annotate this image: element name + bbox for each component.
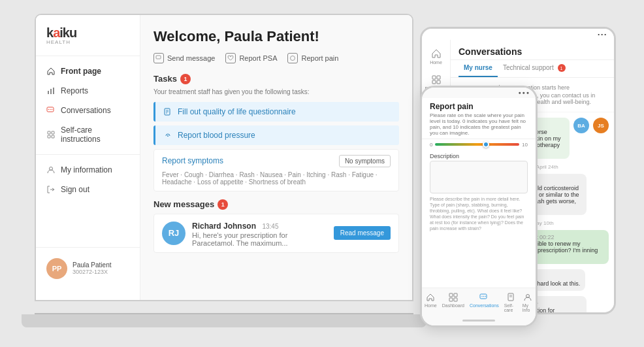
svg-rect-12	[156, 56, 161, 59]
user-avatar: PP	[46, 258, 67, 279]
report-symptoms-title[interactable]: Report symptoms	[162, 156, 223, 165]
message-sender: Richard Johnson	[192, 222, 256, 231]
pain-scale-track[interactable]	[435, 143, 519, 146]
message-preview: Hi, here's your prescription for Paracet…	[192, 231, 327, 247]
sidebar-item-conversations[interactable]: Conversations	[36, 101, 140, 120]
sidebar-item-selfcare[interactable]: Self-care instructions	[36, 120, 140, 149]
new-messages-title: New messages 1	[153, 199, 399, 210]
tasks-badge: 1	[180, 74, 191, 84]
read-message-button[interactable]: Read message	[334, 226, 391, 240]
sidebar-item-frontpage[interactable]: Front page	[36, 61, 140, 81]
bloodpressure-icon	[163, 131, 172, 140]
phone-nav-myinfo[interactable]: My Info	[520, 291, 536, 314]
message-time: 13:45	[262, 223, 278, 230]
tasks-section-title: Tasks 1	[153, 74, 399, 84]
laptop-screen: kaiku HEALTH Front page Re	[35, 14, 413, 301]
phone-home-indicator	[422, 316, 536, 325]
description-textarea[interactable]	[430, 161, 528, 193]
pain-thumb[interactable]	[483, 141, 489, 148]
phone-nav-dashboard[interactable]: Dashboard	[440, 291, 467, 314]
symptom-tags: Fever · Cough · Diarrhea · Rash · Nausea…	[162, 171, 391, 186]
tab-technical-support[interactable]: Technical support 1	[498, 60, 571, 78]
no-symptoms-button[interactable]: No symptoms	[339, 155, 391, 167]
kaiku-logo: kaiku	[46, 25, 129, 41]
svg-rect-35	[454, 298, 457, 301]
tablet-nav-home[interactable]: Home	[425, 45, 448, 69]
phone-subtitle: Please rate on the scale where your pain…	[422, 112, 536, 139]
svg-point-6	[52, 108, 52, 109]
svg-point-18	[167, 135, 169, 137]
report-pain-button[interactable]: Report pain	[287, 53, 338, 63]
phone-title: Report pain	[422, 98, 536, 112]
svg-point-38	[483, 295, 484, 296]
svg-point-39	[485, 295, 486, 296]
user-id: 300272-123X	[72, 269, 112, 275]
welcome-title: Welcome, Paula Patient!	[153, 28, 399, 45]
svg-rect-19	[432, 76, 436, 79]
svg-point-5	[50, 108, 50, 109]
task-item-questionnaire[interactable]: Fill out quality of life questionnaire	[153, 102, 399, 122]
pain-icon	[287, 53, 298, 63]
sidebar-item-myinfo-label: My information	[61, 165, 112, 174]
svg-rect-0	[48, 91, 49, 94]
action-bar: Send message Report PSA Report pain	[153, 53, 399, 63]
sidebar-item-signout-label: Sign out	[61, 185, 89, 194]
phone-nav-selfcare[interactable]: Self-care	[502, 291, 520, 314]
home-icon	[46, 67, 56, 76]
nurse-avatar-sm: BA	[573, 118, 589, 133]
description-label: Description	[422, 150, 536, 161]
pain-scale-min: 0	[430, 142, 432, 148]
home-bar	[462, 320, 495, 322]
svg-point-4	[48, 108, 49, 109]
sidebar-item-frontpage-label: Front page	[61, 67, 101, 76]
sidebar-item-myinfo[interactable]: My information	[36, 160, 140, 180]
sidebar-item-reports-label: Reports	[61, 86, 88, 95]
tablet-home-icon	[431, 48, 442, 59]
tablet-status: • • •	[422, 29, 614, 40]
sidebar: kaiku HEALTH Front page Re	[36, 15, 140, 300]
phone-content: Report pain Please rate on the scale whe…	[422, 98, 536, 288]
scene: kaiku HEALTH Front page Re	[8, 7, 636, 340]
logo-area: kaiku HEALTH	[36, 25, 140, 56]
report-symptoms-block: Report symptoms No symptoms Fever · Coug…	[153, 149, 399, 191]
task-questionnaire-label: Fill out quality of life questionnaire	[178, 107, 296, 116]
tech-support-badge: 1	[558, 64, 566, 72]
phone-nav-home[interactable]: Home	[422, 291, 440, 314]
svg-point-13	[291, 56, 295, 60]
user-profile[interactable]: PP Paula Patient 300272-123X	[36, 247, 140, 289]
svg-rect-8	[52, 131, 54, 134]
tasks-subtitle: Your treatment staff has given you the f…	[153, 88, 399, 95]
svg-rect-7	[48, 131, 50, 134]
pain-scale-row: 0 10	[422, 139, 536, 150]
phone-book-icon	[506, 292, 516, 303]
grid-icon	[46, 130, 56, 139]
svg-rect-40	[508, 293, 513, 301]
user-icon	[46, 165, 56, 174]
laptop-base	[22, 314, 427, 327]
sidebar-item-signout[interactable]: Sign out	[36, 180, 140, 199]
message-item[interactable]: RJ Richard Johnson 13:45 Hi, here's your…	[153, 214, 399, 253]
phone: ● ● ● Report pain Please rate on the sca…	[420, 86, 538, 327]
report-psa-button[interactable]: Report PSA	[225, 53, 277, 63]
message-avatar: RJ	[162, 222, 185, 245]
task-item-bloodpressure[interactable]: Report blood pressure	[153, 125, 399, 145]
chat-icon-sm	[153, 53, 164, 63]
pain-scale-max: 10	[522, 142, 528, 148]
sidebar-item-reports[interactable]: Reports	[36, 81, 140, 101]
chart-icon	[46, 86, 56, 95]
tab-my-nurse[interactable]: My nurse	[459, 60, 498, 78]
new-messages-section: New messages 1 RJ Richard Johnson 13:45 …	[153, 199, 399, 253]
svg-rect-22	[437, 80, 440, 84]
new-messages-badge: 1	[217, 199, 228, 210]
sidebar-item-conversations-label: Conversations	[61, 106, 111, 115]
phone-frame: ● ● ● Report pain Please rate on the sca…	[420, 86, 538, 327]
phone-chat-icon	[479, 292, 489, 303]
phone-user-icon	[523, 292, 533, 303]
tablet-home-label: Home	[430, 60, 442, 65]
laptop: kaiku HEALTH Front page Re	[22, 14, 427, 327]
exit-icon	[46, 185, 56, 194]
phone-nav-conversations[interactable]: Conversations	[467, 291, 502, 314]
chat-icon	[46, 106, 56, 115]
send-message-button[interactable]: Send message	[153, 53, 215, 63]
user-name: Paula Patient	[72, 261, 112, 269]
